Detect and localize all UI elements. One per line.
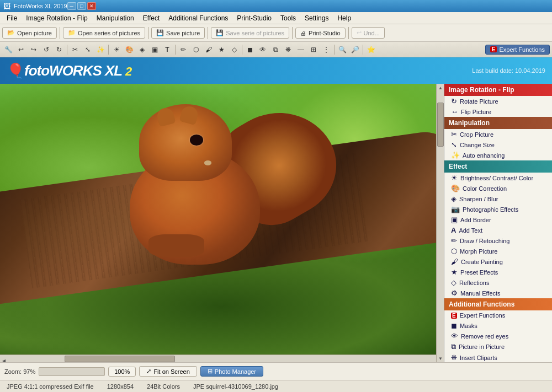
open-picture-button[interactable]: 📂 Open picture xyxy=(2,27,57,39)
panel-item-reflections[interactable]: ◇ Reflections xyxy=(444,277,552,288)
panel-item-manual-effects[interactable]: ⚙ Manual Effects xyxy=(444,288,552,298)
menu-print-studio[interactable]: Print-Studio xyxy=(232,13,276,23)
scroll-up-arrow[interactable]: ▲ xyxy=(437,84,444,92)
toolbar-icon-redeye[interactable]: 👁 xyxy=(257,44,269,56)
toolbar-icon-2[interactable]: ↩ xyxy=(15,44,27,56)
panel-item-masks[interactable]: ◼ Masks xyxy=(444,320,552,331)
toolbar-icon-border[interactable]: ▣ xyxy=(148,44,161,56)
scroll-left-arrow[interactable]: ◀ xyxy=(0,358,8,363)
panel-item-add-border[interactable]: ▣ Add Border xyxy=(444,214,552,225)
open-series-button[interactable]: 📁 Open series of pictures xyxy=(63,27,145,39)
print-studio-button[interactable]: 🖨 Print-Studio xyxy=(295,28,345,39)
save-picture-button[interactable]: 💾 Save picture xyxy=(151,27,205,39)
section-header-effect: Effect xyxy=(444,160,552,173)
toolbar-icon-collage[interactable]: ⊞ xyxy=(307,44,320,56)
panel-item-rotate-picture[interactable]: ↻ Rotate Picture xyxy=(444,96,552,106)
vertical-scroll-thumb[interactable] xyxy=(437,103,444,147)
status-format: JPEG 4:1:1 compressed Exif file xyxy=(7,383,94,390)
toolbar-icon-draw[interactable]: ✏ xyxy=(177,44,189,56)
vertical-scrollbar[interactable]: ▲ ▼ xyxy=(436,84,444,362)
toolbar-icon-star[interactable]: ⭐ xyxy=(365,44,377,56)
toolbar-icon-morph[interactable]: ⬡ xyxy=(190,44,202,56)
toolbar-icon-zoom-out[interactable]: 🔎 xyxy=(349,44,361,56)
panel-item-insert-cliparts[interactable]: ❋ Insert Cliparts xyxy=(444,352,552,362)
menu-manipulation[interactable]: Manipulation xyxy=(92,13,139,23)
menu-effect[interactable]: Effect xyxy=(139,13,164,23)
horizontal-scrollbar[interactable]: ◀ xyxy=(0,355,436,362)
image-viewport[interactable]: ▲ ▼ ◀ xyxy=(0,84,444,362)
toolbar-icon-mask[interactable]: ◼ xyxy=(244,44,256,56)
rotate-icon: ↻ xyxy=(451,97,457,105)
panel-item-add-text[interactable]: A Add Text xyxy=(444,225,552,235)
toolbar-icon-zoom-in[interactable]: 🔍 xyxy=(336,44,348,56)
panel-item-expert-functions[interactable]: E Expert Functions xyxy=(444,310,552,320)
menu-help[interactable]: Help xyxy=(333,13,355,23)
toolbar-icon-reflect[interactable]: ◇ xyxy=(228,44,240,56)
toolbar-icon-preset[interactable]: ★ xyxy=(215,44,227,56)
panel-item-preset-effects[interactable]: ★ Preset Effects xyxy=(444,267,552,277)
toolbar-icon-text[interactable]: T xyxy=(161,44,173,56)
toolbar-icon-size[interactable]: ⤡ xyxy=(82,44,94,56)
enhance-icon: ✨ xyxy=(451,151,460,159)
save-series-button[interactable]: 💾 Save serie of pictures xyxy=(211,27,289,39)
toolbar-icon-brightness[interactable]: ☀ xyxy=(110,44,123,56)
photo-manager-icon: ⊞ xyxy=(208,368,213,375)
toolbar-icon-4[interactable]: ↺ xyxy=(40,44,52,56)
panel-item-morph[interactable]: ⬡ Morph Picture xyxy=(444,246,552,256)
toolbar-icon-crop[interactable]: ✂ xyxy=(69,44,81,56)
menu-file[interactable]: File xyxy=(2,13,22,23)
undo-button[interactable]: ↩ Und... xyxy=(352,27,385,39)
draw-icon: ✏ xyxy=(451,237,457,245)
toolbar-icon-3[interactable]: ↪ xyxy=(28,44,40,56)
panel-item-crop[interactable]: ✂ Crop Picture xyxy=(444,129,552,139)
panel-item-photo-effects[interactable]: 📷 Photographic Effects xyxy=(444,204,552,214)
menu-additional-functions[interactable]: Additional Functions xyxy=(164,13,232,23)
painting-icon: 🖌 xyxy=(451,257,458,266)
expert-functions-button[interactable]: E Expert Functions xyxy=(485,45,550,55)
minimize-button[interactable]: ─ xyxy=(67,2,76,10)
photo-manager-button[interactable]: ⊞ Photo Manager xyxy=(200,366,263,377)
icon-toolbar: 🔧 ↩ ↪ ↺ ↻ ✂ ⤡ ✨ ☀ 🎨 ◈ ▣ T ✏ ⬡ 🖌 ★ ◇ ◼ 👁 … xyxy=(0,42,552,57)
menu-tools[interactable]: Tools xyxy=(276,13,300,23)
fit-icon: ⤢ xyxy=(146,368,151,375)
panel-item-flip-picture[interactable]: ↔ Flip Picture xyxy=(444,106,552,117)
panel-item-draw-retouch[interactable]: ✏ Draw / Retouching xyxy=(444,235,552,246)
panel-item-sharpen-blur[interactable]: ◈ Sharpen / Blur xyxy=(444,194,552,204)
panel-item-picture-in-picture[interactable]: ⧉ Picture in Picture xyxy=(444,341,552,352)
clipart-icon: ❋ xyxy=(451,353,457,362)
flip-icon: ↔ xyxy=(451,108,458,116)
zoom-slider[interactable] xyxy=(39,367,105,376)
panel-item-create-painting[interactable]: 🖌 Create Painting xyxy=(444,256,552,267)
horizontal-scroll-thumb[interactable] xyxy=(65,356,175,362)
panel-item-auto-enhance[interactable]: ✨ Auto enhancing xyxy=(444,150,552,160)
close-button[interactable]: ✕ xyxy=(87,2,96,10)
bottom-toolbar: Zoom: 97% 100% ⤢ Fit on Screen ⊞ Photo M… xyxy=(0,362,552,380)
color-correction-icon: 🎨 xyxy=(451,184,460,192)
zoom-100-button[interactable]: 100% xyxy=(108,367,136,377)
menu-image-rotation[interactable]: Image Rotation - Flip xyxy=(22,13,92,23)
menu-settings[interactable]: Settings xyxy=(300,13,333,23)
toolbar-icon-enhance[interactable]: ✨ xyxy=(94,44,107,56)
panel-item-change-size[interactable]: ⤡ Change Size xyxy=(444,139,552,150)
toolbar-icon-pip[interactable]: ⧉ xyxy=(269,44,282,56)
maximize-button[interactable]: □ xyxy=(77,2,86,10)
toolbar-icon-1[interactable]: 🔧 xyxy=(2,44,14,56)
fit-on-screen-button[interactable]: ⤢ Fit on Screen xyxy=(139,366,197,377)
scroll-down-arrow[interactable]: ▼ xyxy=(437,355,444,362)
toolbar-icon-paint[interactable]: 🖌 xyxy=(203,44,215,56)
panel-item-brightness[interactable]: ☀ Brightness/ Contrast/ Color xyxy=(444,173,552,183)
toolbar-icon-5[interactable]: ↻ xyxy=(53,44,65,56)
pip-icon: ⧉ xyxy=(451,342,456,351)
status-bar: JPEG 4:1:1 compressed Exif file 1280x854… xyxy=(0,380,552,392)
toolbar-icon-color[interactable]: 🎨 xyxy=(123,44,135,56)
panel-item-color-correction[interactable]: 🎨 Color Correction xyxy=(444,183,552,194)
icon-separator-3 xyxy=(175,45,176,55)
logo-bar: 🎈 fotoWORKS XL 2 Last build date: 10.04.… xyxy=(0,57,552,84)
panel-item-remove-red-eyes[interactable]: 👁 Remove red eyes xyxy=(444,331,552,341)
window-controls: ─ □ ✕ xyxy=(67,2,96,10)
squirrel-paw xyxy=(148,234,204,257)
toolbar-icon-symbols[interactable]: — xyxy=(295,44,307,56)
toolbar-icon-clipart[interactable]: ❋ xyxy=(282,44,294,56)
toolbar-icon-sharpen[interactable]: ◈ xyxy=(136,44,148,56)
toolbar-icon-batch[interactable]: ⋮ xyxy=(320,44,332,56)
